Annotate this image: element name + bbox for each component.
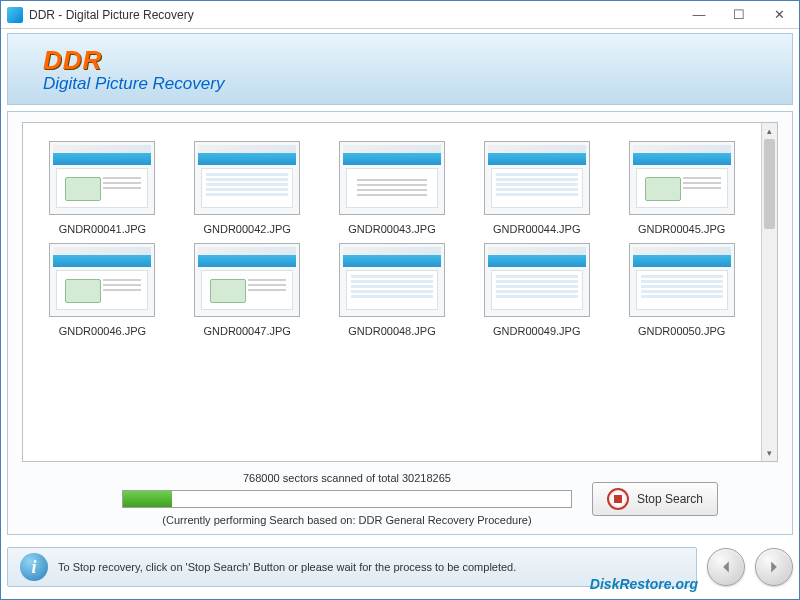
thumbnail-item[interactable]: GNDR00046.JPG	[35, 243, 170, 337]
thumbnail-label: GNDR00047.JPG	[203, 325, 290, 337]
window-controls: — ☐ ✕	[679, 1, 799, 29]
thumbnail-grid: GNDR00041.JPGGNDR00042.JPGGNDR00043.JPGG…	[23, 123, 761, 461]
progress-bar	[122, 490, 572, 508]
thumbnail-label: GNDR00050.JPG	[638, 325, 725, 337]
thumbnail-image	[194, 141, 300, 215]
back-button[interactable]	[707, 548, 745, 586]
footer: i To Stop recovery, click on 'Stop Searc…	[7, 541, 793, 593]
thumbnail-label: GNDR00041.JPG	[59, 223, 146, 235]
thumbnail-image	[194, 243, 300, 317]
stop-search-button[interactable]: Stop Search	[592, 482, 718, 516]
minimize-button[interactable]: —	[679, 1, 719, 29]
close-button[interactable]: ✕	[759, 1, 799, 29]
app-icon	[7, 7, 23, 23]
scroll-up-icon[interactable]: ▴	[762, 123, 777, 139]
content-area: GNDR00041.JPGGNDR00042.JPGGNDR00043.JPGG…	[7, 111, 793, 535]
thumbnail-image	[49, 141, 155, 215]
thumbnail-item[interactable]: GNDR00042.JPG	[180, 141, 315, 235]
thumbnail-item[interactable]: GNDR00048.JPG	[325, 243, 460, 337]
progress-column: 768000 sectors scanned of total 30218265…	[122, 472, 572, 526]
thumbnail-item[interactable]: GNDR00043.JPG	[325, 141, 460, 235]
progress-area: 768000 sectors scanned of total 30218265…	[22, 472, 778, 526]
header-banner: DDR Digital Picture Recovery	[7, 33, 793, 105]
thumbnail-item[interactable]: GNDR00047.JPG	[180, 243, 315, 337]
thumbnail-image	[49, 243, 155, 317]
scroll-down-icon[interactable]: ▾	[762, 445, 777, 461]
thumbnail-label: GNDR00043.JPG	[348, 223, 435, 235]
thumbnail-item[interactable]: GNDR00045.JPG	[614, 141, 749, 235]
website-label: DiskRestore.org	[590, 576, 698, 592]
progress-fill	[123, 491, 172, 507]
thumbnail-label: GNDR00044.JPG	[493, 223, 580, 235]
app-window: DDR - Digital Picture Recovery — ☐ ✕ DDR…	[0, 0, 800, 600]
chevron-right-icon	[767, 560, 781, 574]
window-title: DDR - Digital Picture Recovery	[29, 8, 679, 22]
info-icon: i	[20, 553, 48, 581]
thumbnail-image	[629, 141, 735, 215]
thumbnail-label: GNDR00049.JPG	[493, 325, 580, 337]
scrollbar[interactable]: ▴ ▾	[761, 123, 777, 461]
thumbnail-item[interactable]: GNDR00044.JPG	[469, 141, 604, 235]
thumbnail-panel: GNDR00041.JPGGNDR00042.JPGGNDR00043.JPGG…	[22, 122, 778, 462]
thumbnail-label: GNDR00046.JPG	[59, 325, 146, 337]
progress-note: (Currently performing Search based on: D…	[122, 514, 572, 526]
thumbnail-label: GNDR00042.JPG	[203, 223, 290, 235]
thumbnail-item[interactable]: GNDR00041.JPG	[35, 141, 170, 235]
stop-label: Stop Search	[637, 492, 703, 506]
thumbnail-label: GNDR00048.JPG	[348, 325, 435, 337]
thumbnail-image	[484, 141, 590, 215]
maximize-button[interactable]: ☐	[719, 1, 759, 29]
forward-button[interactable]	[755, 548, 793, 586]
chevron-left-icon	[719, 560, 733, 574]
thumbnail-item[interactable]: GNDR00049.JPG	[469, 243, 604, 337]
app-title: Digital Picture Recovery	[43, 74, 792, 94]
stop-icon	[607, 488, 629, 510]
info-text: To Stop recovery, click on 'Stop Search'…	[58, 561, 516, 573]
thumbnail-image	[484, 243, 590, 317]
thumbnail-label: GNDR00045.JPG	[638, 223, 725, 235]
scroll-thumb[interactable]	[764, 139, 775, 229]
thumbnail-image	[339, 141, 445, 215]
thumbnail-item[interactable]: GNDR00050.JPG	[614, 243, 749, 337]
logo: DDR	[43, 45, 792, 76]
titlebar: DDR - Digital Picture Recovery — ☐ ✕	[1, 1, 799, 29]
thumbnail-image	[629, 243, 735, 317]
progress-status: 768000 sectors scanned of total 30218265	[122, 472, 572, 484]
thumbnail-image	[339, 243, 445, 317]
scroll-track[interactable]	[762, 139, 777, 445]
